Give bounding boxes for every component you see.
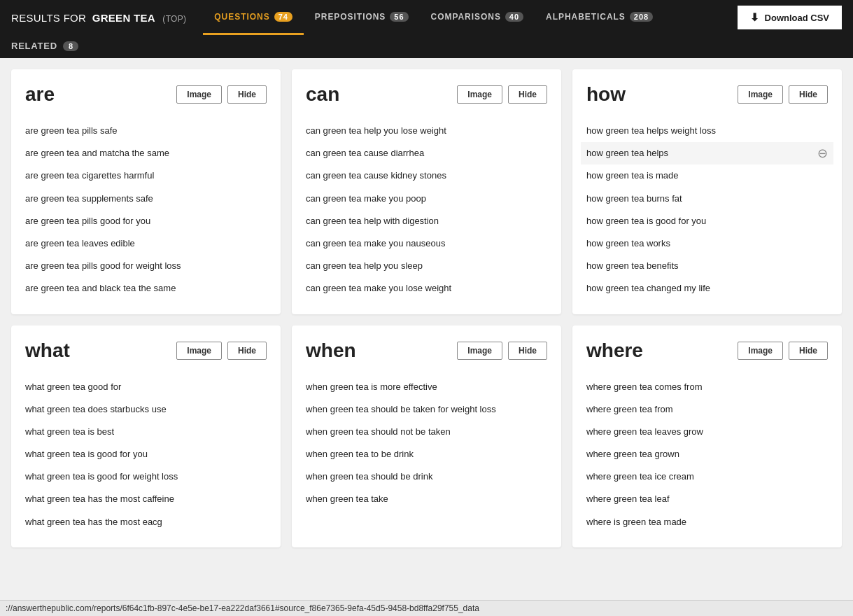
tab-prepositions[interactable]: PREPOSITIONS56 (304, 0, 420, 35)
list-item[interactable]: when green tea to be drink (306, 443, 547, 465)
download-icon: ⬇ (750, 11, 759, 24)
item-text: how green tea works (586, 238, 670, 248)
list-item[interactable]: are green tea pills good for you (25, 210, 267, 232)
tab-alphabeticals[interactable]: ALPHABETICALS208 (535, 0, 664, 35)
list-item[interactable]: can green tea cause kidney stones (306, 164, 547, 187)
list-item[interactable]: when green tea should be taken for weigh… (306, 398, 547, 421)
card-when: whenImageHidewhen green tea is more effe… (292, 326, 561, 547)
list-item[interactable]: how green tea is good for you (586, 210, 828, 232)
card-image-button-what[interactable]: Image (176, 342, 222, 360)
list-item[interactable]: how green tea changed my life (586, 277, 828, 300)
list-item[interactable]: what green tea good for (25, 376, 267, 398)
item-text: can green tea make you nauseous (306, 238, 445, 248)
item-text: what green tea good for (25, 382, 121, 392)
list-item[interactable]: how green tea helps⊖ (581, 142, 833, 164)
list-item[interactable]: can green tea help you lose weight (306, 120, 547, 142)
card-header-when: whenImageHide (306, 340, 547, 362)
list-item[interactable]: when green tea is more effective (306, 376, 547, 398)
card-image-button-when[interactable]: Image (457, 342, 502, 360)
list-item[interactable]: what green tea is good for you (25, 443, 267, 465)
item-text: what green tea has the most caffeine (25, 493, 174, 504)
card-hide-button-are[interactable]: Hide (227, 85, 267, 104)
item-text: how green tea is good for you (586, 216, 706, 226)
list-item[interactable]: can green tea make you nauseous (306, 232, 547, 255)
item-text: what green tea is good for weight loss (25, 471, 178, 482)
item-text: can green tea make you poop (306, 193, 426, 204)
card-image-button-how[interactable]: Image (738, 85, 783, 104)
list-item[interactable]: are green tea and matcha the same (25, 142, 267, 164)
card-title-can: can (306, 83, 451, 106)
list-item[interactable]: how green tea helps weight loss (586, 120, 828, 142)
tab-comparisons[interactable]: COMPARISONS40 (420, 0, 535, 35)
list-item[interactable]: can green tea help with digestion (306, 210, 547, 232)
list-item[interactable]: are green tea leaves edible (25, 232, 267, 255)
minus-icon[interactable]: ⊖ (817, 147, 828, 160)
card-image-button-where[interactable]: Image (738, 342, 783, 360)
card-title-what: what (25, 340, 171, 362)
card-items-when: when green tea is more effectivewhen gre… (306, 376, 547, 511)
tab-questions[interactable]: QUESTIONS74 (203, 0, 303, 35)
card-hide-button-what[interactable]: Hide (227, 342, 267, 360)
tab-label-prepositions: PREPOSITIONS (315, 12, 386, 22)
related-label: RELATED (11, 41, 57, 51)
list-item[interactable]: are green tea cigarettes harmful (25, 164, 267, 187)
list-item[interactable]: are green tea supplements safe (25, 188, 267, 210)
item-text: are green tea pills safe (25, 125, 118, 136)
list-item[interactable]: where green tea leaf (586, 488, 828, 510)
card-header-where: whereImageHide (586, 340, 828, 362)
list-item[interactable]: when green tea take (306, 488, 547, 510)
list-item[interactable]: what green tea does starbucks use (25, 398, 267, 421)
list-item[interactable]: what green tea is good for weight loss (25, 465, 267, 488)
card-are: areImageHideare green tea pills safeare … (11, 69, 281, 314)
list-item[interactable]: how green tea benefits (586, 255, 828, 277)
list-item[interactable]: how green tea works (586, 232, 828, 255)
list-item[interactable]: how green tea is made (586, 164, 828, 187)
item-text: when green tea should not be taken (306, 426, 451, 437)
card-where: whereImageHidewhere green tea comes from… (572, 326, 842, 547)
results-title: RESULTS FOR GREEN TEA (TOP) (11, 12, 186, 24)
card-image-button-are[interactable]: Image (176, 85, 222, 104)
item-text: how green tea is made (586, 170, 679, 181)
card-can: canImageHidecan green tea help you lose … (292, 69, 561, 314)
list-item[interactable]: where green tea comes from (586, 376, 828, 398)
item-text: where green tea from (586, 404, 673, 414)
list-item[interactable]: can green tea make you lose weight (306, 277, 547, 300)
card-how: howImageHidehow green tea helps weight l… (572, 69, 842, 314)
list-item[interactable]: where green tea leaves grow (586, 421, 828, 443)
list-item[interactable]: how green tea burns fat (586, 188, 828, 210)
card-hide-button-when[interactable]: Hide (508, 342, 547, 360)
item-text: are green tea cigarettes harmful (25, 170, 154, 181)
card-items-what: what green tea good forwhat green tea do… (25, 376, 267, 533)
item-text: when green tea to be drink (306, 449, 414, 459)
card-image-button-can[interactable]: Image (457, 85, 502, 104)
list-item[interactable]: what green tea has the most eacg (25, 511, 267, 533)
card-items-are: are green tea pills safeare green tea an… (25, 120, 267, 300)
list-item[interactable]: when green tea should be drink (306, 465, 547, 488)
tab-badge-comparisons: 40 (505, 12, 523, 22)
card-hide-button-where[interactable]: Hide (789, 342, 828, 360)
list-item[interactable]: are green tea and black tea the same (25, 277, 267, 300)
card-hide-button-can[interactable]: Hide (508, 85, 547, 104)
item-text: where green tea leaves grow (586, 426, 703, 437)
list-item[interactable]: what green tea is best (25, 421, 267, 443)
list-item[interactable]: can green tea cause diarrhea (306, 142, 547, 164)
list-item[interactable]: where is green tea made (586, 511, 828, 533)
list-item[interactable]: are green tea pills good for weight loss (25, 255, 267, 277)
tab-label-alphabeticals: ALPHABETICALS (546, 12, 626, 22)
card-what: whatImageHidewhat green tea good forwhat… (11, 326, 281, 547)
card-items-where: where green tea comes fromwhere green te… (586, 376, 828, 533)
item-text: where green tea leaf (586, 493, 670, 504)
list-item[interactable]: where green tea ice cream (586, 465, 828, 488)
list-item[interactable]: can green tea help you sleep (306, 255, 547, 277)
item-text: can green tea cause kidney stones (306, 170, 446, 181)
list-item[interactable]: what green tea has the most caffeine (25, 488, 267, 510)
list-item[interactable]: where green tea grown (586, 443, 828, 465)
list-item[interactable]: are green tea pills safe (25, 120, 267, 142)
download-csv-button[interactable]: ⬇ Download CSV (738, 6, 842, 29)
list-item[interactable]: can green tea make you poop (306, 188, 547, 210)
list-item[interactable]: when green tea should not be taken (306, 421, 547, 443)
item-text: what green tea has the most eacg (25, 517, 162, 527)
list-item[interactable]: where green tea from (586, 398, 828, 421)
card-hide-button-how[interactable]: Hide (789, 85, 828, 104)
item-text: can green tea help with digestion (306, 216, 439, 226)
